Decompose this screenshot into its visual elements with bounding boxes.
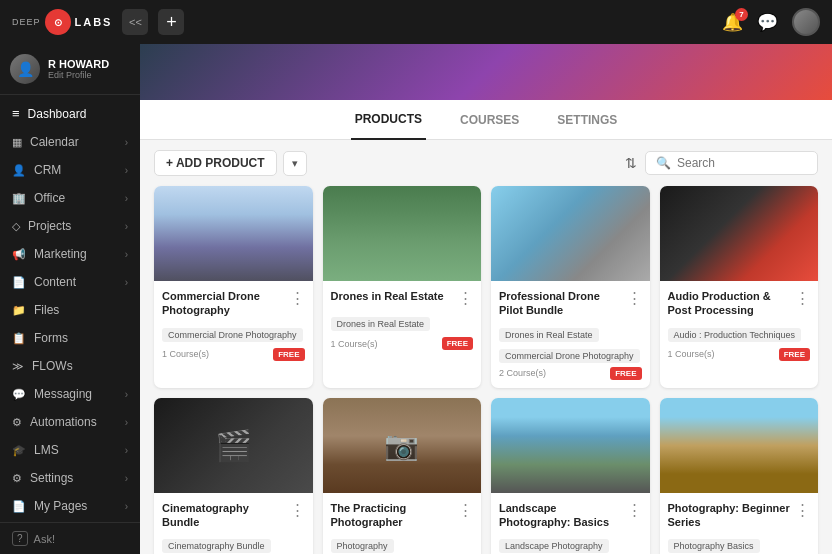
logo-focus-text: ⊙ (54, 17, 61, 28)
card-footer: 1 Course(s) FREE (331, 337, 474, 350)
lms-icon: 🎓 (12, 444, 26, 457)
card-menu-button[interactable]: ⋮ (623, 289, 642, 307)
profile-name: R HOWARD (48, 58, 109, 70)
card-tags: Drones in Real Estate (331, 313, 474, 331)
tag: Landscape Photography (499, 539, 609, 553)
dashboard-label: Dashboard (28, 107, 87, 121)
search-input[interactable] (677, 156, 807, 170)
product-card: Professional Drone Pilot Bundle ⋮ Drones… (491, 186, 650, 388)
sidebar-item-files[interactable]: 📁 Files (0, 296, 140, 324)
sidebar-item-flows[interactable]: ≫ FLOWs (0, 352, 140, 380)
sidebar-item-mypages[interactable]: 📄 My Pages › (0, 492, 140, 520)
products-toolbar: + ADD PRODUCT ▾ ⇅ 🔍 (140, 140, 832, 186)
sidebar-bottom: ? Ask! (0, 522, 140, 554)
automations-label: Automations (30, 415, 97, 429)
hero-banner (140, 44, 832, 100)
marketing-label: Marketing (34, 247, 87, 261)
toolbar-right: ⇅ 🔍 (625, 151, 818, 175)
search-box: 🔍 (645, 151, 818, 175)
card-menu-button[interactable]: ⋮ (791, 289, 810, 307)
sidebar-item-content[interactable]: 📄 Content › (0, 268, 140, 296)
card-title: Audio Production & Post Processing (668, 289, 792, 318)
filter-button[interactable]: ⇅ (625, 155, 637, 171)
logo-deep: DEEP (12, 17, 41, 27)
profile-info: R HOWARD Edit Profile (48, 58, 109, 80)
chat-icon: 💬 (757, 13, 778, 32)
tag: Photography (331, 539, 394, 553)
card-title: Professional Drone Pilot Bundle (499, 289, 623, 318)
chevron-icon: › (125, 417, 128, 428)
card-image (660, 186, 819, 281)
add-product-button[interactable]: + ADD PRODUCT (154, 150, 277, 176)
dropdown-button[interactable]: ▾ (283, 151, 307, 176)
card-tags: Photography Basics (668, 535, 811, 553)
product-card: Photography: Beginner Series ⋮ Photograp… (660, 398, 819, 554)
free-badge: FREE (779, 348, 810, 361)
flows-icon: ≫ (12, 360, 24, 373)
sidebar-item-automations[interactable]: ⚙ Automations › (0, 408, 140, 436)
product-card: 🎬 Cinematography Bundle ⋮ Cinematography… (154, 398, 313, 554)
sidebar-item-calendar[interactable]: ▦ Calendar › (0, 128, 140, 156)
card-footer: 2 Course(s) FREE (499, 367, 642, 380)
ask-icon: ? (12, 531, 28, 546)
projects-icon: ◇ (12, 220, 20, 233)
chevron-icon: › (125, 389, 128, 400)
content-icon: 📄 (12, 276, 26, 289)
card-menu-button[interactable]: ⋮ (454, 289, 473, 307)
product-grid: Commercial Drone Photography ⋮ Commercia… (140, 186, 832, 554)
chevron-icon: › (125, 249, 128, 260)
add-button[interactable]: + (158, 9, 184, 35)
office-icon: 🏢 (12, 192, 26, 205)
ask-button[interactable]: ? Ask! (12, 531, 128, 546)
card-header: Cinematography Bundle ⋮ (162, 501, 305, 530)
card-body: Commercial Drone Photography ⋮ Commercia… (154, 281, 313, 369)
card-title: The Practicing Photographer (331, 501, 455, 530)
tag: Commercial Drone Photography (162, 328, 303, 342)
chevron-icon: › (125, 445, 128, 456)
sidebar-item-marketing[interactable]: 📢 Marketing › (0, 240, 140, 268)
notification-button[interactable]: 🔔 7 (722, 12, 743, 33)
crm-label: CRM (34, 163, 61, 177)
product-card: Audio Production & Post Processing ⋮ Aud… (660, 186, 819, 388)
user-avatar[interactable] (792, 8, 820, 36)
sidebar-item-dashboard[interactable]: ≡ Dashboard (0, 99, 140, 128)
card-menu-button[interactable]: ⋮ (286, 501, 305, 519)
topbar-right: 🔔 7 💬 (722, 8, 820, 36)
profile-edit[interactable]: Edit Profile (48, 70, 109, 80)
card-header: Photography: Beginner Series ⋮ (668, 501, 811, 530)
flows-label: FLOWs (32, 359, 73, 373)
sidebar-item-projects[interactable]: ◇ Projects › (0, 212, 140, 240)
office-label: Office (34, 191, 65, 205)
card-image: 📷 (323, 398, 482, 493)
card-menu-button[interactable]: ⋮ (454, 501, 473, 519)
card-menu-button[interactable]: ⋮ (623, 501, 642, 519)
sidebar-item-office[interactable]: 🏢 Office › (0, 184, 140, 212)
card-menu-button[interactable]: ⋮ (286, 289, 305, 307)
tab-courses[interactable]: COURSES (456, 100, 523, 140)
chevron-icon: › (125, 165, 128, 176)
files-icon: 📁 (12, 304, 26, 317)
tab-products[interactable]: PRODUCTS (351, 100, 426, 140)
logo-labs: LABS (75, 16, 113, 28)
chat-button[interactable]: 💬 (757, 12, 778, 33)
card-menu-button[interactable]: ⋮ (791, 501, 810, 519)
courses-count: 1 Course(s) (668, 349, 715, 359)
card-tags: Landscape Photography (499, 535, 642, 553)
ask-label: Ask! (34, 533, 55, 545)
courses-count: 2 Course(s) (499, 368, 546, 378)
sidebar-item-crm[interactable]: 👤 CRM › (0, 156, 140, 184)
messaging-icon: 💬 (12, 388, 26, 401)
tab-settings[interactable]: SETTINGS (553, 100, 621, 140)
sidebar-item-settings[interactable]: ⚙ Settings › (0, 464, 140, 492)
card-body: Photography: Beginner Series ⋮ Photograp… (660, 493, 819, 554)
sidebar-item-messaging[interactable]: 💬 Messaging › (0, 380, 140, 408)
sidebar-item-lms[interactable]: 🎓 LMS › (0, 436, 140, 464)
sidebar-item-forms[interactable]: 📋 Forms (0, 324, 140, 352)
messaging-label: Messaging (34, 387, 92, 401)
collapse-button[interactable]: << (122, 9, 148, 35)
free-badge: FREE (610, 367, 641, 380)
card-footer: 1 Course(s) FREE (162, 348, 305, 361)
content-label: Content (34, 275, 76, 289)
card-header: The Practicing Photographer ⋮ (331, 501, 474, 530)
crm-icon: 👤 (12, 164, 26, 177)
